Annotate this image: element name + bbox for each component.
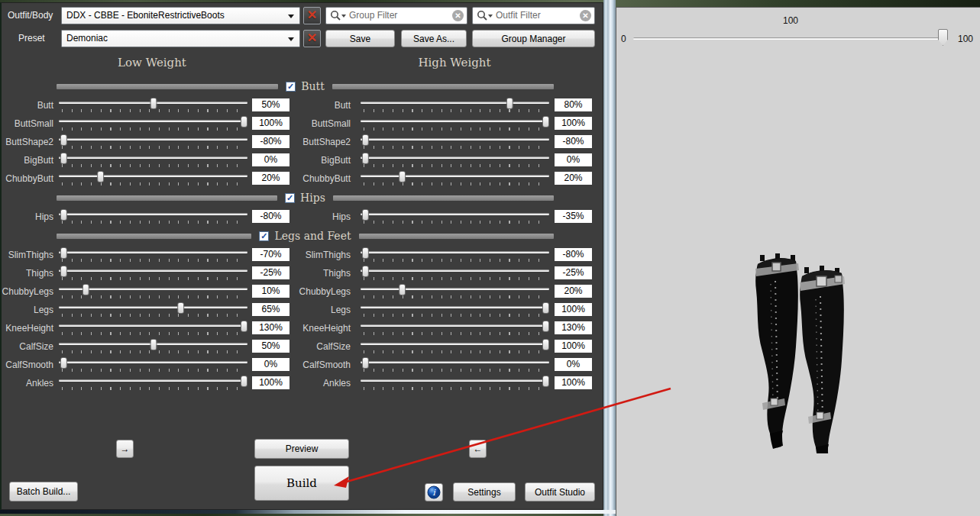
slider-low[interactable] bbox=[59, 151, 247, 169]
slider-high[interactable] bbox=[361, 151, 549, 169]
build-button[interactable]: Build bbox=[254, 466, 349, 501]
slider-value-high[interactable]: 100% bbox=[555, 376, 592, 389]
slider-thumb[interactable] bbox=[60, 357, 67, 369]
slider-high[interactable] bbox=[361, 356, 549, 374]
outfit-body-dropdown[interactable]: DDX - CBBE - EboniteRestrictiveBoots bbox=[61, 7, 300, 24]
clear-preset-button[interactable]: ✕ bbox=[303, 30, 321, 47]
slider-thumb[interactable] bbox=[362, 209, 369, 221]
slider-thumb[interactable] bbox=[60, 209, 67, 221]
slider-value-low[interactable]: -25% bbox=[252, 266, 289, 279]
slider-thumb[interactable] bbox=[150, 98, 157, 109]
save-as-button[interactable]: Save As... bbox=[401, 30, 467, 47]
clear-icon[interactable]: ✕ bbox=[452, 10, 464, 21]
slider-thumb[interactable] bbox=[241, 116, 247, 127]
slider-thumb[interactable] bbox=[362, 247, 369, 259]
preview-button[interactable]: Preview bbox=[254, 439, 349, 459]
slider-thumb[interactable] bbox=[542, 116, 549, 127]
slider-low[interactable] bbox=[59, 356, 247, 374]
copy-to-low-button[interactable]: ← bbox=[469, 440, 487, 458]
slider-low[interactable] bbox=[59, 133, 247, 151]
slider-value-low[interactable]: 65% bbox=[252, 303, 289, 316]
slider-value-high[interactable]: -80% bbox=[555, 135, 592, 148]
slider-value-high[interactable]: -35% bbox=[555, 210, 592, 223]
window-border[interactable] bbox=[603, 0, 616, 516]
category-checkbox[interactable]: ✓ bbox=[286, 82, 296, 92]
slider-thumb[interactable] bbox=[150, 339, 157, 350]
slider-value-high[interactable]: 100% bbox=[555, 117, 592, 130]
slider-low[interactable] bbox=[59, 114, 247, 133]
outfit-studio-button[interactable]: Outfit Studio bbox=[525, 482, 595, 501]
outfit-filter-input[interactable]: Outfit Filter ✕ bbox=[472, 7, 595, 24]
slider-value-high[interactable]: 100% bbox=[555, 303, 592, 316]
slider-value-low[interactable]: 50% bbox=[252, 98, 289, 111]
slider-low[interactable] bbox=[59, 282, 247, 301]
slider-thumb[interactable] bbox=[362, 153, 369, 164]
slider-value-high[interactable]: 130% bbox=[555, 321, 592, 334]
slider-high[interactable] bbox=[361, 96, 549, 114]
settings-button[interactable]: Settings bbox=[453, 482, 516, 501]
category-toggle[interactable]: ✓Legs and Feet bbox=[251, 230, 358, 242]
slider-low[interactable] bbox=[59, 319, 247, 337]
slider-high[interactable] bbox=[361, 169, 549, 188]
slider-thumb[interactable] bbox=[399, 284, 406, 295]
slider-thumb[interactable] bbox=[362, 357, 369, 369]
slider-high[interactable] bbox=[361, 264, 549, 282]
about-button[interactable]: i bbox=[425, 483, 443, 501]
slider-low[interactable] bbox=[59, 264, 247, 282]
slider-value-low[interactable]: -80% bbox=[252, 135, 289, 148]
slider-value-high[interactable]: -80% bbox=[555, 248, 592, 261]
slider-high[interactable] bbox=[361, 246, 549, 264]
category-checkbox[interactable]: ✓ bbox=[259, 231, 269, 241]
slider-thumb[interactable] bbox=[241, 321, 247, 332]
slider-thumb[interactable] bbox=[60, 134, 67, 146]
clear-outfit-button[interactable]: ✕ bbox=[303, 7, 321, 24]
slider-high[interactable] bbox=[361, 319, 549, 337]
slider-thumb[interactable] bbox=[542, 321, 549, 332]
slider-value-high[interactable]: 0% bbox=[555, 358, 592, 371]
slider-value-high[interactable]: 20% bbox=[555, 172, 592, 185]
slider-high[interactable] bbox=[361, 337, 549, 356]
slider-thumb[interactable] bbox=[82, 284, 89, 295]
preview-window[interactable]: 100 0 100 bbox=[616, 7, 980, 516]
slider-low[interactable] bbox=[59, 169, 247, 188]
slider-low[interactable] bbox=[59, 301, 247, 319]
batch-build-button[interactable]: Batch Build... bbox=[9, 482, 78, 501]
slider-thumb[interactable] bbox=[60, 266, 67, 277]
slider-value-low[interactable]: -80% bbox=[252, 210, 289, 223]
slider-thumb[interactable] bbox=[177, 302, 184, 314]
slider-high[interactable] bbox=[361, 301, 549, 319]
slider-thumb[interactable] bbox=[60, 153, 67, 164]
clear-icon[interactable]: ✕ bbox=[580, 10, 591, 21]
slider-thumb[interactable] bbox=[241, 376, 247, 387]
slider-high[interactable] bbox=[361, 133, 549, 151]
slider-value-low[interactable]: 0% bbox=[252, 358, 289, 371]
slider-thumb[interactable] bbox=[97, 171, 104, 182]
group-filter-input[interactable]: Group Filter ✕ bbox=[325, 7, 467, 24]
slider-low[interactable] bbox=[59, 246, 247, 264]
slider-thumb[interactable] bbox=[60, 247, 67, 259]
group-manager-button[interactable]: Group Manager bbox=[472, 30, 595, 47]
slider-thumb[interactable] bbox=[506, 98, 513, 109]
category-toggle[interactable]: ✓Hips bbox=[277, 192, 333, 204]
save-button[interactable]: Save bbox=[325, 30, 395, 47]
slider-low[interactable] bbox=[59, 374, 247, 392]
slider-value-high[interactable]: 100% bbox=[555, 340, 592, 353]
slider-high[interactable] bbox=[361, 374, 549, 392]
slider-value-low[interactable]: -70% bbox=[252, 248, 289, 261]
slider-thumb[interactable] bbox=[362, 134, 369, 146]
slider-value-low[interactable]: 50% bbox=[252, 340, 289, 353]
slider-low[interactable] bbox=[59, 337, 247, 356]
slider-high[interactable] bbox=[361, 114, 549, 133]
slider-value-low[interactable]: 100% bbox=[252, 376, 289, 389]
slider-value-low[interactable]: 0% bbox=[252, 153, 289, 166]
slider-high[interactable] bbox=[361, 282, 549, 301]
slider-thumb[interactable] bbox=[938, 29, 948, 46]
preset-dropdown[interactable]: Demoniac bbox=[61, 30, 300, 47]
category-toggle[interactable]: ✓Butt bbox=[278, 80, 332, 92]
slider-low[interactable] bbox=[59, 96, 247, 114]
slider-value-high[interactable]: 0% bbox=[555, 153, 592, 166]
slider-value-low[interactable]: 10% bbox=[252, 285, 289, 298]
slider-value-low[interactable]: 130% bbox=[252, 321, 289, 334]
slider-thumb[interactable] bbox=[542, 302, 549, 314]
slider-thumb[interactable] bbox=[362, 266, 369, 277]
